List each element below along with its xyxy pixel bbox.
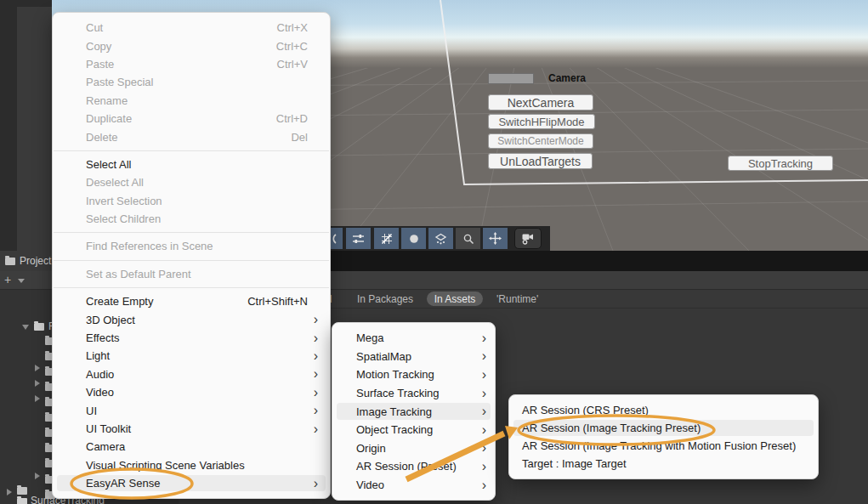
menu-item-motion-tracking[interactable]: Motion Tracking› xyxy=(332,365,495,384)
menu-item-spatialmap[interactable]: SpatialMap› xyxy=(332,348,495,366)
menu-item-ar-session-image-tracking-preset[interactable]: AR Session (Image Tracking Preset) xyxy=(509,419,818,437)
submenu-arrow-icon: › xyxy=(482,441,486,455)
menu-separator xyxy=(54,232,329,233)
menu-item-label: Select Children xyxy=(86,212,318,225)
open-folder-icon xyxy=(34,323,44,331)
hierarchy-panel-body xyxy=(17,7,52,251)
unload-targets-button[interactable]: UnLoadTargets xyxy=(488,153,593,169)
submenu-arrow-icon: › xyxy=(314,367,318,381)
menu-item-set-as-default-parent: Set as Default Parent xyxy=(53,265,330,283)
menu-item-rename: Rename xyxy=(53,92,330,110)
foldout-closed-icon[interactable] xyxy=(35,380,40,387)
submenu-arrow-icon: › xyxy=(482,479,486,492)
menu-item-target-image-target[interactable]: Target : Image Target xyxy=(509,455,818,473)
menu-item-label: Motion Tracking xyxy=(356,368,482,381)
menu-item-origin[interactable]: Origin› xyxy=(332,439,495,458)
menu-item-label: Image Tracking xyxy=(356,405,482,418)
menu-item-label: Deselect All xyxy=(86,176,318,189)
menu-item-shortcut: Del xyxy=(291,131,308,144)
foldout-closed-icon[interactable] xyxy=(35,365,40,371)
image-tracking-submenu: AR Session (CRS Preset)AR Session (Image… xyxy=(508,394,819,479)
submenu-arrow-icon: › xyxy=(314,331,318,345)
menu-item-ar-session-crs-preset[interactable]: AR Session (CRS Preset) xyxy=(509,401,818,419)
camera-dropdown-field[interactable] xyxy=(488,73,534,84)
menu-item-label: UI Toolkit xyxy=(86,422,314,435)
move-tool-icon[interactable] xyxy=(483,228,508,249)
submenu-arrow-icon: › xyxy=(482,387,486,400)
menu-separator xyxy=(54,260,329,261)
menu-item-video[interactable]: Video› xyxy=(332,476,495,495)
menu-item-label: UI xyxy=(86,405,314,417)
menu-item-label: EasyAR Sense xyxy=(86,477,314,490)
menu-item-label: Light xyxy=(86,349,314,362)
submenu-arrow-icon: › xyxy=(482,331,486,345)
sliders-icon[interactable] xyxy=(346,228,371,249)
sphere-icon[interactable] xyxy=(401,228,426,249)
stop-tracking-button[interactable]: StopTracking xyxy=(728,156,833,171)
menu-item-shortcut: Ctrl+X xyxy=(277,21,308,34)
chevron-down-icon[interactable] xyxy=(18,279,25,283)
menu-item-3d-object[interactable]: 3D Object› xyxy=(53,310,330,328)
submenu-arrow-icon: › xyxy=(314,404,318,417)
menu-item-paste: PasteCtrl+V xyxy=(53,55,330,73)
menu-item-surface-tracking[interactable]: Surface Tracking› xyxy=(332,384,495,403)
switch-hflip-mode-button[interactable]: SwitchHFlipMode xyxy=(488,114,595,129)
menu-item-cut: CutCtrl+X xyxy=(53,19,330,37)
menu-item-label: Video xyxy=(86,386,314,399)
menu-item-mega[interactable]: Mega› xyxy=(332,329,495,348)
foldout-closed-icon[interactable] xyxy=(35,395,40,402)
scene-view-toolbar xyxy=(326,226,550,251)
next-camera-button[interactable]: NextCamera xyxy=(488,94,593,110)
menu-item-ar-session-image-tracking-with-motion-fusion-preset[interactable]: AR Session (Image Tracking with Motion F… xyxy=(509,437,818,455)
folder-icon[interactable] xyxy=(17,487,27,495)
scene-camera-icon[interactable] xyxy=(514,228,542,249)
filter-runtime: 'Runtime' xyxy=(496,293,538,305)
menu-item-label: Rename xyxy=(86,94,318,107)
menu-item-create-empty[interactable]: Create EmptyCtrl+Shift+N xyxy=(53,292,330,310)
project-tab-label: Project xyxy=(20,255,51,267)
menu-item-label: Cut xyxy=(86,21,277,34)
menu-item-label: Create Empty xyxy=(86,295,247,308)
menu-item-label: Surface Tracking xyxy=(356,387,482,399)
menu-separator xyxy=(54,150,329,151)
menu-item-ui-toolkit[interactable]: UI Toolkit› xyxy=(53,420,330,438)
menu-item-easyar-sense[interactable]: EasyAR Sense› xyxy=(53,474,330,492)
menu-item-audio[interactable]: Audio› xyxy=(53,365,330,383)
filter-in-assets-selected[interactable]: In Assets xyxy=(427,292,483,306)
menu-item-label: Target : Image Target xyxy=(522,457,809,470)
search-tool-icon[interactable] xyxy=(456,228,480,249)
grid-icon[interactable] xyxy=(374,228,399,249)
submenu-arrow-icon: › xyxy=(482,423,486,437)
menu-item-find-references-in-scene: Find References in Scene xyxy=(53,237,330,255)
menu-item-label: Set as Default Parent xyxy=(86,268,318,280)
menu-item-object-tracking[interactable]: Object Tracking› xyxy=(332,421,495,439)
menu-item-shortcut: Ctrl+Shift+N xyxy=(247,295,308,308)
foldout-open-icon[interactable] xyxy=(22,325,29,330)
menu-item-effects[interactable]: Effects› xyxy=(53,329,330,347)
foldout-closed-icon[interactable] xyxy=(7,489,12,496)
menu-item-invert-selection: Invert Selection xyxy=(53,192,330,210)
folder-icon xyxy=(5,258,15,265)
switch-center-mode-button[interactable]: SwitchCenterMode xyxy=(488,133,593,149)
menu-separator xyxy=(54,287,329,288)
layers-icon[interactable] xyxy=(428,228,453,249)
add-asset-button[interactable]: + xyxy=(4,273,11,286)
menu-item-label: Video xyxy=(356,479,482,491)
submenu-arrow-icon: › xyxy=(482,368,486,382)
menu-item-ui[interactable]: UI› xyxy=(53,401,330,419)
menu-item-ar-session-preset[interactable]: AR Session (Preset)› xyxy=(332,457,495,476)
menu-item-label: AR Session (Image Tracking with Motion F… xyxy=(522,439,809,452)
menu-item-image-tracking[interactable]: Image Tracking› xyxy=(332,402,495,421)
menu-item-video[interactable]: Video› xyxy=(53,383,330,401)
filter-in-packages[interactable]: In Packages xyxy=(357,293,413,305)
tab-project[interactable]: Project xyxy=(0,251,52,271)
menu-item-visual-scripting-scene-variables[interactable]: Visual Scripting Scene Variables xyxy=(53,456,330,474)
menu-item-camera[interactable]: Camera xyxy=(53,438,330,456)
menu-item-light[interactable]: Light› xyxy=(53,347,330,365)
menu-item-paste-special: Paste Special xyxy=(53,73,330,91)
foldout-closed-icon[interactable] xyxy=(35,473,40,479)
menu-item-label: Camera xyxy=(86,440,318,453)
menu-item-label: Invert Selection xyxy=(86,195,318,207)
menu-item-select-all[interactable]: Select All xyxy=(53,156,330,173)
menu-item-label: Select All xyxy=(86,158,318,171)
